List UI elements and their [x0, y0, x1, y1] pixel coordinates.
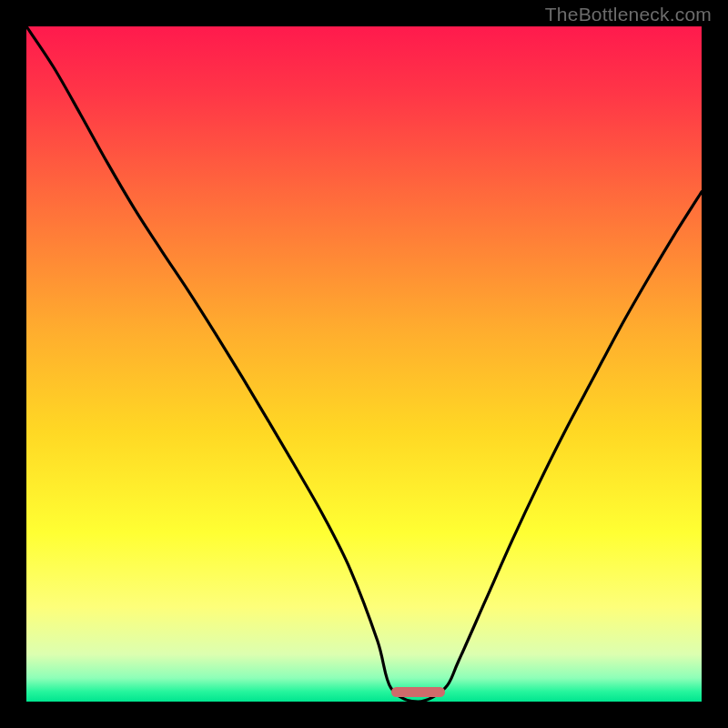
plot-area: [26, 26, 702, 702]
chart-frame: TheBottleneck.com: [0, 0, 728, 728]
bottleneck-curve: [26, 26, 702, 702]
optimal-range-marker: [391, 687, 445, 697]
watermark-label: TheBottleneck.com: [545, 4, 712, 25]
